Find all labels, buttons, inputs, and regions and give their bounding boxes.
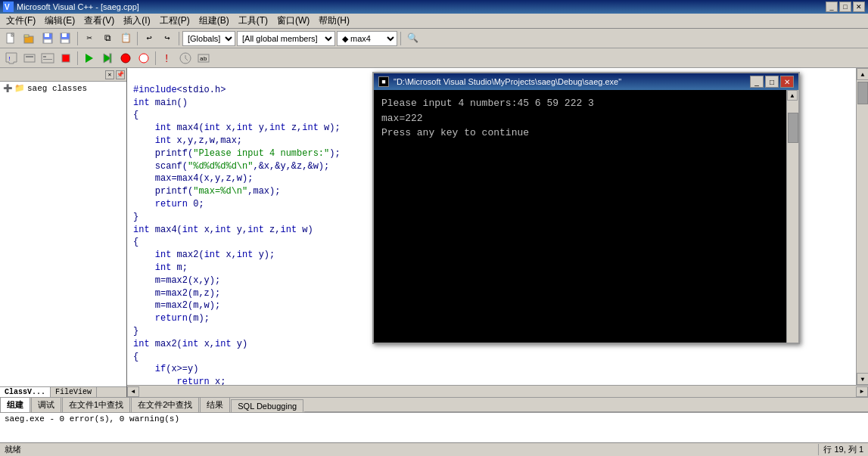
sep-1 xyxy=(77,32,78,45)
file-view-tab[interactable]: FileView xyxy=(51,387,97,397)
console-title-text: "D:\Microsoft Visual Studio\MyProjects\s… xyxy=(394,77,621,86)
sep-5 xyxy=(77,51,78,65)
menu-edit[interactable]: 编辑(E) xyxy=(40,13,79,29)
tab-find1[interactable]: 在文件1中查找 xyxy=(62,397,130,412)
info-button[interactable]: ! xyxy=(159,50,176,67)
menu-tools[interactable]: 工具(T) xyxy=(234,13,272,29)
svg-rect-17 xyxy=(42,54,54,63)
insert-breakpoint-button[interactable] xyxy=(117,50,134,67)
redo-button[interactable]: ↪ xyxy=(159,30,176,47)
status-bar: 就绪 行 19, 列 1 xyxy=(0,442,868,456)
close-button[interactable]: ✕ xyxy=(853,2,865,12)
menu-view[interactable]: 查看(V) xyxy=(79,13,119,29)
svg-rect-23 xyxy=(110,54,111,63)
menu-help[interactable]: 帮助(H) xyxy=(314,13,354,29)
sidebar-item-classes[interactable]: ➕ 📁 saeg classes xyxy=(0,82,126,95)
scroll-right-button[interactable]: ► xyxy=(856,386,868,397)
tab-spacer xyxy=(304,411,868,412)
svg-rect-16 xyxy=(26,56,33,57)
console-line-1: Please input 4 numbers:45 6 59 222 3 xyxy=(381,96,779,111)
svg-point-25 xyxy=(139,54,148,63)
console-title-bar: ■ "D:\Microsoft Visual Studio\MyProjects… xyxy=(374,73,798,90)
rebuild-button[interactable] xyxy=(39,50,56,67)
console-close-button[interactable]: ✕ xyxy=(780,76,794,88)
debug-button[interactable] xyxy=(99,50,116,67)
console-minimize-button[interactable]: _ xyxy=(750,76,764,88)
scroll-thumb[interactable] xyxy=(857,82,868,104)
left-panel: ✕ 📌 ➕ 📁 saeg classes ClassV... FileView xyxy=(0,68,127,397)
console-scrollbar[interactable]: ▲ xyxy=(786,90,798,343)
run-button[interactable] xyxy=(81,50,98,67)
new-button[interactable] xyxy=(3,30,20,47)
console-line-3: Press any key to continue xyxy=(381,126,779,141)
undo-button[interactable]: ↩ xyxy=(141,30,157,47)
search-button[interactable]: 🔍 xyxy=(404,30,421,47)
sep-6 xyxy=(155,51,156,65)
menu-project[interactable]: 工程(P) xyxy=(155,13,194,29)
scroll-up-button[interactable]: ▲ xyxy=(857,68,868,80)
minimize-button[interactable]: _ xyxy=(826,2,838,12)
bottom-section: 组建 调试 在文件1中查找 在文件2中查找 结果 SQL Debugging s… xyxy=(0,397,868,442)
console-maximize-button[interactable]: □ xyxy=(765,76,779,88)
svg-rect-9 xyxy=(44,39,51,43)
globals-combo[interactable]: [Globals] xyxy=(182,31,235,46)
build-button[interactable] xyxy=(21,50,38,67)
horizontal-scrollbar[interactable]: ◄ ► xyxy=(127,385,868,397)
tab-find2[interactable]: 在文件2中查找 xyxy=(131,397,199,412)
save-all-button[interactable] xyxy=(58,30,74,47)
title-bar: V Microsoft Visual C++ - [saeg.cpp] _ □ … xyxy=(0,0,868,14)
tab-build[interactable]: 组建 xyxy=(0,397,30,412)
svg-rect-11 xyxy=(62,33,67,37)
menu-window[interactable]: 窗口(W) xyxy=(272,13,314,29)
panel-close-button[interactable]: ✕ xyxy=(105,70,114,79)
bottom-tab-row: 组建 调试 在文件1中查找 在文件2中查找 结果 SQL Debugging xyxy=(0,398,868,413)
save-button[interactable] xyxy=(39,30,56,47)
output-text: saeg.exe - 0 error(s), 0 warning(s) xyxy=(5,414,179,423)
svg-text:V: V xyxy=(5,3,10,11)
function-combo[interactable]: ◆ max4 xyxy=(337,31,397,46)
watch-button[interactable] xyxy=(177,50,194,67)
maximize-button[interactable]: □ xyxy=(839,2,851,12)
svg-rect-20 xyxy=(62,54,70,62)
open-button[interactable] xyxy=(21,30,38,47)
compile-button[interactable]: ! xyxy=(3,50,20,67)
remove-breakpoint-button[interactable] xyxy=(135,50,152,67)
tab-results[interactable]: 结果 xyxy=(200,397,230,412)
members-combo[interactable]: [All global members] xyxy=(237,31,335,46)
paste-button[interactable]: 📋 xyxy=(117,30,134,47)
console-title-buttons: _ □ ✕ xyxy=(750,76,794,88)
console-scroll-thumb[interactable] xyxy=(788,113,798,143)
cut-button[interactable]: ✂ xyxy=(81,30,98,47)
app-window: V Microsoft Visual C++ - [saeg.cpp] _ □ … xyxy=(0,0,868,456)
menu-file[interactable]: 文件(F) xyxy=(2,13,40,29)
copy-button[interactable]: ⧉ xyxy=(99,30,116,47)
panel-pin-button[interactable]: 📌 xyxy=(116,70,125,79)
svg-text:ab: ab xyxy=(200,55,207,62)
menu-insert[interactable]: 插入(I) xyxy=(119,13,154,29)
vertical-scrollbar[interactable]: ▲ ▼ xyxy=(856,68,868,385)
svg-point-24 xyxy=(121,54,130,63)
status-ready: 就绪 xyxy=(5,444,818,455)
svg-text:!: ! xyxy=(163,53,170,65)
sep-4 xyxy=(400,32,401,45)
class-view-tab[interactable]: ClassV... xyxy=(0,387,51,397)
toolbar-1: ✂ ⧉ 📋 ↩ ↪ [Globals] [All global members]… xyxy=(0,29,868,48)
svg-marker-21 xyxy=(86,54,93,63)
tab-debug[interactable]: 调试 xyxy=(31,397,61,412)
toolbar-2: ! ! ab xyxy=(0,48,868,68)
svg-rect-6 xyxy=(24,35,29,37)
scroll-down-button[interactable]: ▼ xyxy=(857,373,868,385)
panel-header: ✕ 📌 xyxy=(0,68,126,82)
title-bar-buttons: _ □ ✕ xyxy=(826,2,865,12)
menu-build[interactable]: 组建(B) xyxy=(194,13,234,29)
build-output: saeg.exe - 0 error(s), 0 warning(s) xyxy=(0,413,868,442)
sep-3 xyxy=(179,32,179,45)
stop-build-button[interactable] xyxy=(58,50,74,67)
variables-button[interactable]: ab xyxy=(195,50,212,67)
scroll-left-button[interactable]: ◄ xyxy=(127,386,139,397)
tab-sql[interactable]: SQL Debugging xyxy=(231,399,303,412)
sidebar-item-label: saeg classes xyxy=(27,84,87,93)
sidebar-content: ➕ 📁 saeg classes xyxy=(0,82,126,386)
svg-rect-18 xyxy=(43,56,46,57)
app-icon: V xyxy=(3,2,14,12)
